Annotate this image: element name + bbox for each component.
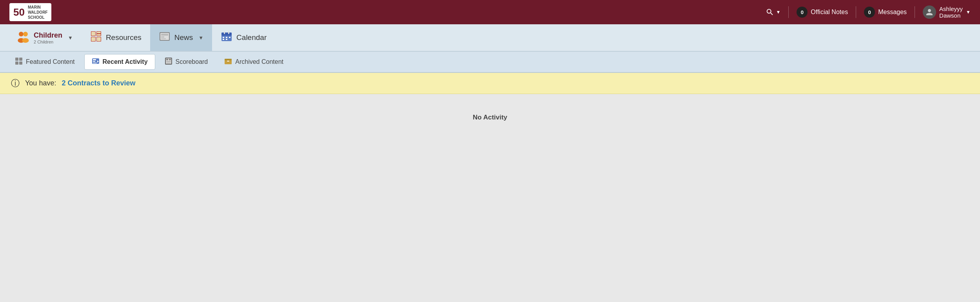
alert-bar: ⓘ You have: 2 Contracts to Review xyxy=(0,73,980,94)
official-notes-label: Official Notes xyxy=(811,9,848,16)
svg-rect-34 xyxy=(93,63,97,63)
svg-rect-22 xyxy=(223,37,224,38)
svg-rect-27 xyxy=(15,58,18,61)
svg-rect-21 xyxy=(228,31,229,34)
messages-label: Messages xyxy=(878,9,907,16)
alert-icon: ⓘ xyxy=(11,78,20,89)
logo-text: MARIN WALDORF SCHOOL xyxy=(28,5,48,20)
svg-rect-26 xyxy=(226,39,227,40)
tab-scoreboard-label: Scoreboard xyxy=(176,58,208,65)
search-icon xyxy=(766,8,774,16)
svg-rect-20 xyxy=(224,31,225,34)
user-menu-chevron-icon: ▼ xyxy=(966,9,971,15)
svg-rect-30 xyxy=(19,61,22,65)
svg-point-0 xyxy=(19,32,24,36)
contracts-review-link[interactable]: 2 Contracts to Review xyxy=(62,79,135,87)
resources-nav-label: Resources xyxy=(106,33,142,42)
nav-item-calendar[interactable]: Calendar xyxy=(212,24,275,51)
svg-rect-12 xyxy=(97,37,101,41)
svg-rect-43 xyxy=(225,59,232,60)
tab-recent-activity[interactable]: Recent Activity xyxy=(84,54,155,70)
divider3 xyxy=(915,6,915,18)
logo[interactable]: 50 MARIN WALDORF SCHOOL xyxy=(9,3,51,21)
svg-point-1 xyxy=(23,32,28,36)
nav-item-resources[interactable]: Resources xyxy=(82,24,150,51)
svg-rect-39 xyxy=(169,59,171,60)
svg-rect-16 xyxy=(161,36,164,38)
tab-scoreboard[interactable]: Scoreboard xyxy=(158,54,215,70)
alert-text-prefix: You have: xyxy=(25,79,56,87)
svg-rect-29 xyxy=(15,61,18,65)
search-chevron-icon: ▼ xyxy=(776,9,780,15)
svg-rect-9 xyxy=(97,32,101,33)
news-nav-label: News xyxy=(174,33,193,42)
tab-archived-label: Archived Content xyxy=(235,58,283,65)
avatar xyxy=(923,5,936,19)
svg-rect-24 xyxy=(229,37,230,38)
logo-number: 50 xyxy=(13,7,25,17)
nav-item-news[interactable]: News ▼ xyxy=(150,24,212,51)
archived-tab-icon xyxy=(224,57,232,67)
resources-icon xyxy=(90,31,102,45)
news-nav-chevron-icon: ▼ xyxy=(198,35,203,41)
search-button[interactable]: ▼ xyxy=(766,8,780,16)
svg-rect-32 xyxy=(93,59,96,60)
tab-recent-label: Recent Activity xyxy=(103,58,148,65)
tab-featured-label: Featured Content xyxy=(26,58,75,65)
top-bar-left: 50 MARIN WALDORF SCHOOL xyxy=(9,3,51,21)
svg-rect-25 xyxy=(223,39,224,40)
children-nav-chevron-icon: ▼ xyxy=(68,35,73,41)
featured-tab-icon xyxy=(15,57,23,67)
tabs-bar: Featured Content Recent Activity xyxy=(0,52,980,73)
children-icon xyxy=(16,30,30,45)
calendar-nav-label: Calendar xyxy=(236,33,267,42)
scoreboard-tab-icon xyxy=(165,57,172,67)
content-area: No Activity xyxy=(0,94,980,290)
top-navigation-bar: 50 MARIN WALDORF SCHOOL ▼ 0 Official Not… xyxy=(0,0,980,24)
svg-rect-44 xyxy=(227,61,229,61)
tab-archived-content[interactable]: Archived Content xyxy=(217,54,290,70)
divider xyxy=(788,6,789,18)
svg-rect-8 xyxy=(91,32,95,36)
user-menu[interactable]: AshleyyyDawson ▼ xyxy=(923,5,971,19)
no-activity-message: No Activity xyxy=(16,114,964,121)
calendar-icon xyxy=(221,31,232,45)
news-icon xyxy=(159,31,171,45)
svg-rect-11 xyxy=(91,37,95,41)
svg-rect-28 xyxy=(19,58,22,61)
secondary-navigation: Children 2 Children ▼ Resources xyxy=(0,24,980,52)
messages-badge: 0 xyxy=(864,7,875,18)
official-notes-badge-area[interactable]: 0 Official Notes xyxy=(797,7,848,18)
svg-rect-41 xyxy=(166,63,171,63)
svg-rect-19 xyxy=(221,33,232,36)
svg-rect-38 xyxy=(166,59,168,60)
svg-rect-33 xyxy=(93,61,95,62)
top-bar-right: ▼ 0 Official Notes 0 Messages AshleyyyDa… xyxy=(766,5,971,19)
children-nav-sub-label: 2 Children xyxy=(34,40,62,44)
tab-featured-content[interactable]: Featured Content xyxy=(8,54,82,70)
svg-rect-40 xyxy=(166,61,171,62)
children-nav-label-group: Children 2 Children xyxy=(34,31,62,44)
nav-item-children[interactable]: Children 2 Children ▼ xyxy=(8,24,82,51)
svg-rect-10 xyxy=(97,34,101,36)
user-icon xyxy=(926,8,933,16)
svg-rect-15 xyxy=(161,34,168,36)
svg-rect-17 xyxy=(161,38,166,39)
official-notes-badge: 0 xyxy=(797,7,808,18)
recent-tab-icon xyxy=(92,57,100,67)
user-name-label: AshleyyyDawson xyxy=(939,5,963,19)
svg-rect-23 xyxy=(226,37,227,38)
svg-point-3 xyxy=(22,38,29,43)
messages-badge-area[interactable]: 0 Messages xyxy=(864,7,907,18)
divider2 xyxy=(856,6,856,18)
children-nav-main-label: Children xyxy=(34,31,62,40)
